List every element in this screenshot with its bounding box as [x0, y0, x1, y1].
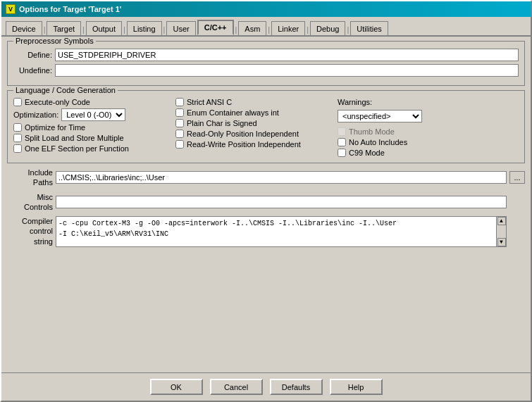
include-paths-input[interactable] [56, 171, 507, 184]
tab-cpp[interactable]: C/C++ [197, 20, 234, 35]
cancel-button[interactable]: Cancel [210, 379, 263, 395]
enum-container-label: Enum Container always int [187, 108, 279, 117]
readwrite-pos-row: Read-Write Position Independent [175, 140, 330, 149]
tab-bar: Device | Target | Output | Listing | Use… [1, 17, 531, 37]
include-paths-row: IncludePaths ... [7, 168, 525, 188]
bottom-bar: OK Cancel Defaults Help [1, 372, 531, 401]
c99-mode-label: C99 Mode [349, 149, 385, 157]
optimize-time-checkbox[interactable] [13, 123, 22, 132]
compiler-line1: -c -cpu Cortex-M3 -g -O0 -apcs=interwork… [58, 220, 397, 227]
language-title: Language / Code Generation [13, 86, 118, 94]
main-content: Preprocessor Symbols Define: Undefine: L… [1, 37, 531, 372]
readonly-pos-label: Read-Only Position Independent [187, 130, 299, 138]
c99-mode-row: C99 Mode [338, 149, 519, 157]
preprocessor-group: Preprocessor Symbols Define: Undefine: [7, 41, 525, 86]
undefine-input[interactable] [55, 64, 519, 77]
no-auto-includes-row: No Auto Includes [338, 138, 519, 146]
lang-col-2: Strict ANSI C Enum Container always int … [175, 98, 330, 157]
tab-linker[interactable]: Linker [271, 21, 305, 35]
ok-button[interactable]: OK [150, 379, 203, 395]
compiler-row: Compilercontrolstring -c -cpu Cortex-M3 … [7, 216, 525, 247]
compiler-line2: -I C:\Keil_v5\ARM\RV31\INC [58, 230, 168, 238]
lang-col-1: Execute-only Code Optimization: Level 0 … [13, 98, 168, 157]
main-window: V Options for Target 'Target 1' Device |… [0, 0, 532, 402]
include-paths-label: IncludePaths [7, 168, 53, 188]
readwrite-pos-checkbox[interactable] [175, 140, 184, 149]
define-input[interactable] [55, 49, 519, 61]
lang-col-3: Warnings: <unspecified> No Warnings All … [338, 98, 519, 157]
optimization-select[interactable]: Level 0 (-O0) Level 1 (-O1) Level 2 (-O2… [61, 108, 125, 121]
define-label: Define: [13, 51, 52, 59]
tab-asm[interactable]: Asm [238, 21, 266, 35]
window-title: Options for Target 'Target 1' [19, 5, 121, 13]
warnings-label: Warnings: [338, 98, 519, 106]
defaults-button[interactable]: Defaults [270, 379, 323, 395]
language-grid: Execute-only Code Optimization: Level 0 … [13, 98, 519, 157]
undefine-row: Undefine: [13, 64, 519, 77]
split-load-row: Split Load and Store Multiple [13, 134, 168, 142]
one-elf-checkbox[interactable] [13, 144, 22, 153]
thumb-mode-checkbox[interactable] [338, 127, 346, 136]
optimize-time-row: Optimize for Time [13, 123, 168, 132]
compiler-label: Compilercontrolstring [7, 216, 53, 246]
one-elf-label: One ELF Section per Function [25, 144, 129, 153]
plain-char-label: Plain Char is Signed [187, 119, 257, 127]
compiler-string-box: -c -cpu Cortex-M3 -g -O0 -apcs=interwork… [56, 216, 507, 247]
split-load-label: Split Load and Store Multiple [25, 134, 124, 142]
misc-controls-input[interactable] [56, 196, 507, 208]
plain-char-row: Plain Char is Signed [175, 119, 330, 127]
one-elf-row: One ELF Section per Function [13, 144, 168, 153]
plain-char-checkbox[interactable] [175, 119, 184, 127]
scroll-down-button[interactable]: ▼ [497, 238, 506, 246]
execute-only-label: Execute-only Code [25, 98, 90, 106]
language-group: Language / Code Generation Execute-only … [7, 90, 525, 163]
warnings-select[interactable]: <unspecified> No Warnings All Warnings [338, 110, 422, 123]
misc-controls-row: MiscControls [7, 192, 525, 213]
warnings-select-row: <unspecified> No Warnings All Warnings [338, 110, 519, 123]
preprocessor-title: Preprocessor Symbols [13, 37, 96, 45]
strict-ansi-checkbox[interactable] [175, 98, 184, 106]
title-bar: V Options for Target 'Target 1' [1, 1, 531, 17]
misc-controls-label: MiscControls [7, 192, 53, 213]
undefine-label: Undefine: [13, 66, 52, 75]
tab-device[interactable]: Device [6, 21, 42, 35]
strict-ansi-row: Strict ANSI C [175, 98, 330, 106]
enum-container-row: Enum Container always int [175, 108, 330, 117]
app-icon: V [6, 4, 16, 14]
tab-debug[interactable]: Debug [310, 21, 345, 35]
warnings-section: Warnings: <unspecified> No Warnings All … [338, 98, 519, 123]
readonly-pos-checkbox[interactable] [175, 130, 184, 138]
optimization-label: Optimization: [13, 111, 58, 119]
tab-user[interactable]: User [166, 21, 195, 35]
optimize-time-label: Optimize for Time [25, 123, 85, 132]
compiler-scrollbar: ▲ ▼ [496, 217, 506, 246]
tab-listing[interactable]: Listing [127, 21, 162, 35]
define-row: Define: [13, 49, 519, 61]
split-load-checkbox[interactable] [13, 134, 22, 142]
readonly-pos-row: Read-Only Position Independent [175, 130, 330, 138]
no-auto-includes-label: No Auto Includes [349, 138, 407, 146]
tab-output[interactable]: Output [86, 21, 122, 35]
optimization-row: Optimization: Level 0 (-O0) Level 1 (-O1… [13, 108, 168, 121]
tab-utilities[interactable]: Utilities [350, 21, 388, 35]
c99-mode-checkbox[interactable] [338, 149, 346, 157]
thumb-mode-row: Thumb Mode [338, 127, 519, 136]
scroll-up-button[interactable]: ▲ [497, 217, 506, 225]
no-auto-includes-checkbox[interactable] [338, 138, 346, 146]
execute-only-checkbox[interactable] [13, 98, 22, 106]
tab-target[interactable]: Target [47, 21, 81, 35]
help-button[interactable]: Help [330, 379, 383, 395]
enum-container-checkbox[interactable] [175, 108, 184, 117]
include-paths-browse-button[interactable]: ... [509, 171, 525, 184]
strict-ansi-label: Strict ANSI C [187, 98, 232, 106]
execute-only-row: Execute-only Code [13, 98, 168, 106]
thumb-mode-label: Thumb Mode [349, 127, 395, 136]
readwrite-pos-label: Read-Write Position Independent [187, 140, 301, 149]
